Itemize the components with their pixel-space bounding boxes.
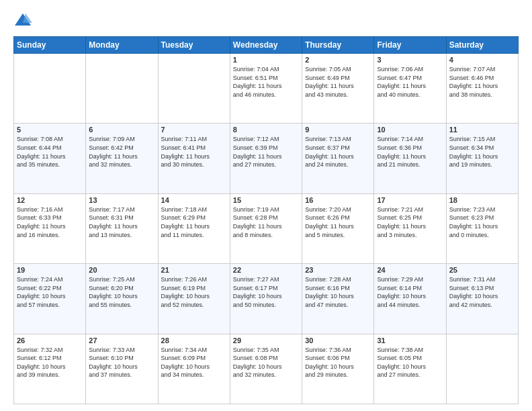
calendar-day-header: Sunday xyxy=(14,37,86,54)
calendar-cell: 29Sunrise: 7:35 AM Sunset: 6:08 PM Dayli… xyxy=(230,334,302,404)
day-number: 4 xyxy=(449,56,515,64)
day-info: Sunrise: 7:17 AM Sunset: 6:31 PM Dayligh… xyxy=(89,205,154,239)
day-info: Sunrise: 7:04 AM Sunset: 6:51 PM Dayligh… xyxy=(233,65,299,99)
calendar-cell: 18Sunrise: 7:23 AM Sunset: 6:23 PM Dayli… xyxy=(446,193,518,263)
calendar-header-row: SundayMondayTuesdayWednesdayThursdayFrid… xyxy=(14,37,519,54)
calendar-table: SundayMondayTuesdayWednesdayThursdayFrid… xyxy=(13,36,519,404)
calendar-cell: 31Sunrise: 7:38 AM Sunset: 6:05 PM Dayli… xyxy=(374,334,446,404)
calendar-cell: 20Sunrise: 7:25 AM Sunset: 6:20 PM Dayli… xyxy=(86,264,158,334)
day-info: Sunrise: 7:29 AM Sunset: 6:14 PM Dayligh… xyxy=(377,275,443,309)
calendar-cell: 9Sunrise: 7:13 AM Sunset: 6:37 PM Daylig… xyxy=(302,124,374,193)
day-info: Sunrise: 7:26 AM Sunset: 6:19 PM Dayligh… xyxy=(161,275,227,309)
day-number: 19 xyxy=(17,266,83,274)
day-number: 23 xyxy=(305,266,371,274)
day-info: Sunrise: 7:16 AM Sunset: 6:33 PM Dayligh… xyxy=(17,205,83,239)
day-number: 14 xyxy=(161,196,227,204)
day-number: 9 xyxy=(305,126,371,134)
calendar-cell: 3Sunrise: 7:06 AM Sunset: 6:47 PM Daylig… xyxy=(374,54,446,124)
day-number: 30 xyxy=(305,336,371,345)
calendar-week-row: 19Sunrise: 7:24 AM Sunset: 6:22 PM Dayli… xyxy=(14,264,519,334)
calendar-cell: 25Sunrise: 7:31 AM Sunset: 6:13 PM Dayli… xyxy=(446,264,518,334)
day-info: Sunrise: 7:21 AM Sunset: 6:25 PM Dayligh… xyxy=(377,205,443,239)
calendar-cell xyxy=(446,334,518,404)
day-info: Sunrise: 7:20 AM Sunset: 6:26 PM Dayligh… xyxy=(305,205,371,239)
calendar-cell: 26Sunrise: 7:32 AM Sunset: 6:12 PM Dayli… xyxy=(14,334,86,404)
calendar-week-row: 12Sunrise: 7:16 AM Sunset: 6:33 PM Dayli… xyxy=(14,193,519,263)
day-number: 8 xyxy=(233,126,299,134)
day-number: 25 xyxy=(449,266,515,274)
day-number: 20 xyxy=(89,266,154,274)
logo-icon xyxy=(13,11,32,30)
day-info: Sunrise: 7:18 AM Sunset: 6:29 PM Dayligh… xyxy=(161,205,227,239)
day-number: 31 xyxy=(377,336,443,345)
calendar-cell: 22Sunrise: 7:27 AM Sunset: 6:17 PM Dayli… xyxy=(230,264,302,334)
calendar-cell: 30Sunrise: 7:36 AM Sunset: 6:06 PM Dayli… xyxy=(302,334,374,404)
calendar-page: SundayMondayTuesdayWednesdayThursdayFrid… xyxy=(0,0,532,411)
header xyxy=(13,11,519,30)
calendar-cell: 19Sunrise: 7:24 AM Sunset: 6:22 PM Dayli… xyxy=(14,264,86,334)
calendar-cell: 12Sunrise: 7:16 AM Sunset: 6:33 PM Dayli… xyxy=(14,193,86,263)
calendar-day-header: Saturday xyxy=(446,37,518,54)
day-number: 24 xyxy=(377,266,443,274)
day-number: 1 xyxy=(233,56,299,64)
day-info: Sunrise: 7:07 AM Sunset: 6:46 PM Dayligh… xyxy=(449,65,515,99)
logo xyxy=(13,11,35,30)
day-number: 12 xyxy=(17,196,83,204)
calendar-cell: 23Sunrise: 7:28 AM Sunset: 6:16 PM Dayli… xyxy=(302,264,374,334)
day-info: Sunrise: 7:05 AM Sunset: 6:49 PM Dayligh… xyxy=(305,65,371,99)
calendar-cell: 16Sunrise: 7:20 AM Sunset: 6:26 PM Dayli… xyxy=(302,193,374,263)
day-number: 15 xyxy=(233,196,299,204)
day-number: 16 xyxy=(305,196,371,204)
calendar-day-header: Monday xyxy=(86,37,158,54)
day-number: 29 xyxy=(233,336,299,345)
day-number: 7 xyxy=(161,126,227,134)
calendar-day-header: Wednesday xyxy=(230,37,302,54)
day-info: Sunrise: 7:08 AM Sunset: 6:44 PM Dayligh… xyxy=(17,135,83,169)
day-info: Sunrise: 7:35 AM Sunset: 6:08 PM Dayligh… xyxy=(233,346,299,379)
day-info: Sunrise: 7:38 AM Sunset: 6:05 PM Dayligh… xyxy=(377,346,443,379)
day-number: 21 xyxy=(161,266,227,274)
day-number: 27 xyxy=(89,336,154,345)
day-info: Sunrise: 7:15 AM Sunset: 6:34 PM Dayligh… xyxy=(449,135,515,169)
day-number: 18 xyxy=(449,196,515,204)
day-info: Sunrise: 7:11 AM Sunset: 6:41 PM Dayligh… xyxy=(161,135,227,169)
calendar-cell: 13Sunrise: 7:17 AM Sunset: 6:31 PM Dayli… xyxy=(86,193,158,263)
day-number: 2 xyxy=(305,56,371,64)
calendar-day-header: Tuesday xyxy=(158,37,230,54)
calendar-cell xyxy=(86,54,158,124)
day-info: Sunrise: 7:36 AM Sunset: 6:06 PM Dayligh… xyxy=(305,346,371,379)
day-info: Sunrise: 7:23 AM Sunset: 6:23 PM Dayligh… xyxy=(449,205,515,239)
day-info: Sunrise: 7:12 AM Sunset: 6:39 PM Dayligh… xyxy=(233,135,299,169)
day-info: Sunrise: 7:34 AM Sunset: 6:09 PM Dayligh… xyxy=(161,346,227,379)
day-info: Sunrise: 7:06 AM Sunset: 6:47 PM Dayligh… xyxy=(377,65,443,99)
day-info: Sunrise: 7:25 AM Sunset: 6:20 PM Dayligh… xyxy=(89,275,154,309)
calendar-cell xyxy=(14,54,86,124)
calendar-cell: 4Sunrise: 7:07 AM Sunset: 6:46 PM Daylig… xyxy=(446,54,518,124)
day-number: 28 xyxy=(161,336,227,345)
calendar-cell: 21Sunrise: 7:26 AM Sunset: 6:19 PM Dayli… xyxy=(158,264,230,334)
calendar-cell: 28Sunrise: 7:34 AM Sunset: 6:09 PM Dayli… xyxy=(158,334,230,404)
calendar-week-row: 5Sunrise: 7:08 AM Sunset: 6:44 PM Daylig… xyxy=(14,124,519,193)
day-info: Sunrise: 7:13 AM Sunset: 6:37 PM Dayligh… xyxy=(305,135,371,169)
calendar-cell: 14Sunrise: 7:18 AM Sunset: 6:29 PM Dayli… xyxy=(158,193,230,263)
calendar-cell: 27Sunrise: 7:33 AM Sunset: 6:10 PM Dayli… xyxy=(86,334,158,404)
calendar-cell: 10Sunrise: 7:14 AM Sunset: 6:36 PM Dayli… xyxy=(374,124,446,193)
calendar-week-row: 26Sunrise: 7:32 AM Sunset: 6:12 PM Dayli… xyxy=(14,334,519,404)
day-number: 22 xyxy=(233,266,299,274)
day-number: 11 xyxy=(449,126,515,134)
day-info: Sunrise: 7:28 AM Sunset: 6:16 PM Dayligh… xyxy=(305,275,371,309)
day-number: 3 xyxy=(377,56,443,64)
calendar-cell: 1Sunrise: 7:04 AM Sunset: 6:51 PM Daylig… xyxy=(230,54,302,124)
day-info: Sunrise: 7:32 AM Sunset: 6:12 PM Dayligh… xyxy=(17,346,83,379)
day-number: 6 xyxy=(89,126,154,134)
day-number: 5 xyxy=(17,126,83,134)
day-info: Sunrise: 7:33 AM Sunset: 6:10 PM Dayligh… xyxy=(89,346,154,379)
day-info: Sunrise: 7:31 AM Sunset: 6:13 PM Dayligh… xyxy=(449,275,515,309)
calendar-cell: 7Sunrise: 7:11 AM Sunset: 6:41 PM Daylig… xyxy=(158,124,230,193)
calendar-day-header: Friday xyxy=(374,37,446,54)
day-number: 13 xyxy=(89,196,154,204)
calendar-cell xyxy=(158,54,230,124)
calendar-cell: 8Sunrise: 7:12 AM Sunset: 6:39 PM Daylig… xyxy=(230,124,302,193)
day-info: Sunrise: 7:27 AM Sunset: 6:17 PM Dayligh… xyxy=(233,275,299,309)
calendar-cell: 6Sunrise: 7:09 AM Sunset: 6:42 PM Daylig… xyxy=(86,124,158,193)
